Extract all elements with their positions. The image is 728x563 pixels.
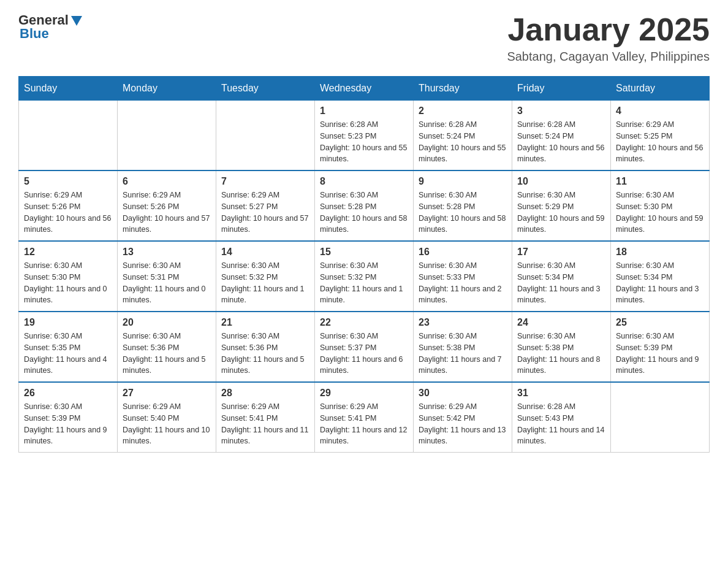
day-number: 2 [419, 105, 507, 117]
calendar-day-cell: 25Sunrise: 6:30 AM Sunset: 5:39 PM Dayli… [611, 312, 710, 382]
calendar-day-cell: 30Sunrise: 6:29 AM Sunset: 5:42 PM Dayli… [414, 382, 512, 453]
day-number: 6 [123, 176, 211, 187]
calendar-day-cell: 10Sunrise: 6:30 AM Sunset: 5:29 PM Dayli… [512, 170, 611, 241]
day-number: 16 [419, 247, 507, 258]
calendar-day-cell: 5Sunrise: 6:29 AM Sunset: 5:26 PM Daylig… [19, 170, 118, 241]
calendar-day-cell: 18Sunrise: 6:30 AM Sunset: 5:34 PM Dayli… [611, 241, 710, 312]
day-info: Sunrise: 6:30 AM Sunset: 5:36 PM Dayligh… [123, 331, 211, 377]
day-number: 26 [24, 388, 112, 399]
day-info: Sunrise: 6:30 AM Sunset: 5:31 PM Dayligh… [123, 260, 211, 306]
day-number: 18 [616, 247, 704, 258]
day-number: 30 [419, 388, 507, 399]
calendar-day-cell: 16Sunrise: 6:30 AM Sunset: 5:33 PM Dayli… [414, 241, 512, 312]
day-of-week-header: Saturday [611, 77, 710, 101]
day-of-week-header: Monday [118, 77, 216, 101]
day-number: 8 [320, 176, 408, 187]
day-number: 19 [24, 317, 112, 328]
calendar-day-cell: 17Sunrise: 6:30 AM Sunset: 5:34 PM Dayli… [512, 241, 611, 312]
calendar-day-cell: 14Sunrise: 6:30 AM Sunset: 5:32 PM Dayli… [216, 241, 315, 312]
day-info: Sunrise: 6:30 AM Sunset: 5:36 PM Dayligh… [221, 331, 309, 377]
calendar-day-cell: 6Sunrise: 6:29 AM Sunset: 5:26 PM Daylig… [118, 170, 216, 241]
calendar-day-cell: 2Sunrise: 6:28 AM Sunset: 5:24 PM Daylig… [414, 101, 512, 171]
day-number: 28 [221, 388, 309, 399]
page-header: General Blue January 2025 Sabtang, Cagay… [18, 12, 710, 64]
day-info: Sunrise: 6:29 AM Sunset: 5:41 PM Dayligh… [221, 401, 309, 447]
day-info: Sunrise: 6:29 AM Sunset: 5:40 PM Dayligh… [123, 401, 211, 447]
day-info: Sunrise: 6:30 AM Sunset: 5:33 PM Dayligh… [419, 260, 507, 306]
day-info: Sunrise: 6:30 AM Sunset: 5:38 PM Dayligh… [517, 331, 605, 377]
calendar-day-cell [19, 101, 118, 171]
logo-blue-text: Blue [20, 26, 49, 42]
day-of-week-header: Friday [512, 77, 611, 101]
day-info: Sunrise: 6:30 AM Sunset: 5:29 PM Dayligh… [517, 190, 605, 236]
day-of-week-header: Sunday [19, 77, 118, 101]
day-info: Sunrise: 6:28 AM Sunset: 5:24 PM Dayligh… [517, 119, 605, 165]
day-of-week-header: Tuesday [216, 77, 315, 101]
logo-triangle-icon [70, 15, 83, 27]
day-info: Sunrise: 6:30 AM Sunset: 5:30 PM Dayligh… [24, 260, 112, 306]
day-info: Sunrise: 6:30 AM Sunset: 5:38 PM Dayligh… [419, 331, 507, 377]
page-subtitle: Sabtang, Cagayan Valley, Philippines [507, 50, 710, 64]
calendar-day-cell: 7Sunrise: 6:29 AM Sunset: 5:27 PM Daylig… [216, 170, 315, 241]
day-info: Sunrise: 6:28 AM Sunset: 5:24 PM Dayligh… [419, 119, 507, 165]
calendar-day-cell: 21Sunrise: 6:30 AM Sunset: 5:36 PM Dayli… [216, 312, 315, 382]
calendar-header-row: SundayMondayTuesdayWednesdayThursdayFrid… [19, 77, 710, 101]
calendar-day-cell: 27Sunrise: 6:29 AM Sunset: 5:40 PM Dayli… [118, 382, 216, 453]
day-number: 27 [123, 388, 211, 399]
calendar-day-cell [216, 101, 315, 171]
day-number: 9 [419, 176, 507, 187]
day-info: Sunrise: 6:29 AM Sunset: 5:27 PM Dayligh… [221, 190, 309, 236]
day-number: 22 [320, 317, 408, 328]
day-info: Sunrise: 6:28 AM Sunset: 5:43 PM Dayligh… [517, 401, 605, 447]
day-number: 25 [616, 317, 704, 328]
day-number: 23 [419, 317, 507, 328]
calendar-day-cell [611, 382, 710, 453]
calendar-day-cell: 13Sunrise: 6:30 AM Sunset: 5:31 PM Dayli… [118, 241, 216, 312]
day-number: 14 [221, 247, 309, 258]
calendar-week-row: 12Sunrise: 6:30 AM Sunset: 5:30 PM Dayli… [19, 241, 710, 312]
calendar-day-cell: 19Sunrise: 6:30 AM Sunset: 5:35 PM Dayli… [19, 312, 118, 382]
calendar-day-cell: 31Sunrise: 6:28 AM Sunset: 5:43 PM Dayli… [512, 382, 611, 453]
calendar-day-cell [118, 101, 216, 171]
calendar-day-cell: 1Sunrise: 6:28 AM Sunset: 5:23 PM Daylig… [315, 101, 414, 171]
day-of-week-header: Wednesday [315, 77, 414, 101]
day-number: 17 [517, 247, 605, 258]
day-info: Sunrise: 6:28 AM Sunset: 5:23 PM Dayligh… [320, 119, 408, 165]
day-number: 4 [616, 105, 704, 117]
calendar-week-row: 1Sunrise: 6:28 AM Sunset: 5:23 PM Daylig… [19, 101, 710, 171]
day-number: 12 [24, 247, 112, 258]
day-of-week-header: Thursday [414, 77, 512, 101]
calendar-day-cell: 20Sunrise: 6:30 AM Sunset: 5:36 PM Dayli… [118, 312, 216, 382]
calendar-day-cell: 24Sunrise: 6:30 AM Sunset: 5:38 PM Dayli… [512, 312, 611, 382]
day-info: Sunrise: 6:29 AM Sunset: 5:26 PM Dayligh… [123, 190, 211, 236]
calendar-day-cell: 23Sunrise: 6:30 AM Sunset: 5:38 PM Dayli… [414, 312, 512, 382]
day-number: 10 [517, 176, 605, 187]
calendar-day-cell: 9Sunrise: 6:30 AM Sunset: 5:28 PM Daylig… [414, 170, 512, 241]
calendar-day-cell: 4Sunrise: 6:29 AM Sunset: 5:25 PM Daylig… [611, 101, 710, 171]
calendar-week-row: 5Sunrise: 6:29 AM Sunset: 5:26 PM Daylig… [19, 170, 710, 241]
day-info: Sunrise: 6:30 AM Sunset: 5:32 PM Dayligh… [320, 260, 408, 306]
day-info: Sunrise: 6:30 AM Sunset: 5:28 PM Dayligh… [320, 190, 408, 236]
logo: General Blue [18, 12, 83, 42]
day-number: 20 [123, 317, 211, 328]
day-number: 24 [517, 317, 605, 328]
day-number: 7 [221, 176, 309, 187]
day-number: 15 [320, 247, 408, 258]
day-info: Sunrise: 6:30 AM Sunset: 5:34 PM Dayligh… [616, 260, 704, 306]
day-number: 29 [320, 388, 408, 399]
day-info: Sunrise: 6:30 AM Sunset: 5:32 PM Dayligh… [221, 260, 309, 306]
day-info: Sunrise: 6:29 AM Sunset: 5:41 PM Dayligh… [320, 401, 408, 447]
day-info: Sunrise: 6:30 AM Sunset: 5:37 PM Dayligh… [320, 331, 408, 377]
day-info: Sunrise: 6:29 AM Sunset: 5:25 PM Dayligh… [616, 119, 704, 165]
calendar-week-row: 26Sunrise: 6:30 AM Sunset: 5:39 PM Dayli… [19, 382, 710, 453]
day-info: Sunrise: 6:30 AM Sunset: 5:39 PM Dayligh… [616, 331, 704, 377]
calendar-day-cell: 26Sunrise: 6:30 AM Sunset: 5:39 PM Dayli… [19, 382, 118, 453]
day-info: Sunrise: 6:30 AM Sunset: 5:34 PM Dayligh… [517, 260, 605, 306]
day-number: 5 [24, 176, 112, 187]
calendar-day-cell: 12Sunrise: 6:30 AM Sunset: 5:30 PM Dayli… [19, 241, 118, 312]
day-info: Sunrise: 6:29 AM Sunset: 5:26 PM Dayligh… [24, 190, 112, 236]
title-area: January 2025 Sabtang, Cagayan Valley, Ph… [507, 12, 710, 64]
day-number: 21 [221, 317, 309, 328]
day-info: Sunrise: 6:30 AM Sunset: 5:39 PM Dayligh… [24, 401, 112, 447]
day-number: 13 [123, 247, 211, 258]
